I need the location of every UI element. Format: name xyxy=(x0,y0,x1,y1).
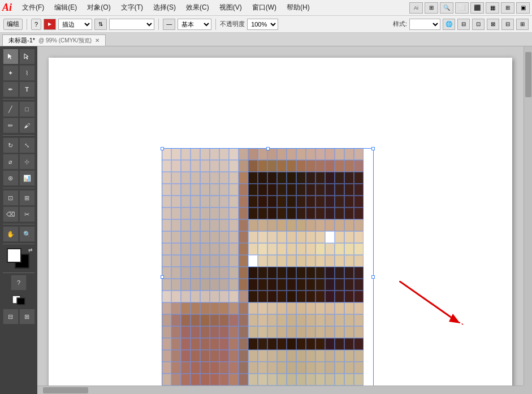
pixel-cell[interactable] xyxy=(325,184,335,196)
pixel-cell[interactable] xyxy=(354,362,364,374)
pixel-cell[interactable] xyxy=(306,172,315,184)
panel4-icon[interactable]: ⊞ xyxy=(501,2,514,14)
align4-icon[interactable]: ⊟ xyxy=(501,19,514,30)
pixel-cell[interactable] xyxy=(219,219,229,231)
pixel-cell[interactable] xyxy=(229,255,239,267)
pixel-cell[interactable] xyxy=(315,219,325,231)
vertical-scrollbar[interactable] xyxy=(524,46,532,386)
pixel-cell[interactable] xyxy=(248,160,258,172)
pixel-cell[interactable] xyxy=(306,231,315,243)
pixel-cell[interactable] xyxy=(191,219,200,231)
basic-dropdown[interactable]: 基本 xyxy=(178,19,211,30)
pixel-cell[interactable] xyxy=(287,291,296,302)
line-style-icon[interactable]: — xyxy=(163,19,175,30)
pixel-cell[interactable] xyxy=(229,219,239,231)
pixel-cell[interactable] xyxy=(344,350,354,362)
pixel-cell[interactable] xyxy=(171,207,181,219)
pixel-cell[interactable] xyxy=(296,267,306,279)
pixel-cell[interactable] xyxy=(306,160,315,172)
pixel-cell[interactable] xyxy=(229,148,239,160)
pixel-cell[interactable] xyxy=(239,326,248,338)
pixel-cell[interactable] xyxy=(354,291,364,302)
pixel-cell[interactable] xyxy=(200,196,210,207)
pixel-cell[interactable] xyxy=(354,160,364,172)
pixel-cell[interactable] xyxy=(210,207,219,219)
pixel-cell[interactable] xyxy=(315,350,325,362)
pixel-cell[interactable] xyxy=(306,196,315,207)
pixel-cell[interactable] xyxy=(162,362,171,374)
pixel-cell[interactable] xyxy=(344,338,354,350)
pixel-cell[interactable] xyxy=(325,196,335,207)
pixel-cell[interactable] xyxy=(287,184,296,196)
pixel-cell[interactable] xyxy=(335,148,344,160)
pixel-cell[interactable] xyxy=(267,207,277,219)
pixel-cell[interactable] xyxy=(181,231,191,243)
pixel-cell[interactable] xyxy=(287,172,296,184)
pixel-cell[interactable] xyxy=(287,160,296,172)
pixel-cell[interactable] xyxy=(325,172,335,184)
pixel-cell[interactable] xyxy=(258,326,267,338)
pixel-cell[interactable] xyxy=(162,196,171,207)
pixel-cell[interactable] xyxy=(325,160,335,172)
pixel-cell[interactable] xyxy=(171,148,181,160)
pixel-cell[interactable] xyxy=(162,255,171,267)
menu-edit[interactable]: 编辑(E) xyxy=(50,2,81,14)
pixel-cell[interactable] xyxy=(219,267,229,279)
pixel-cell[interactable] xyxy=(335,172,344,184)
pixel-cell[interactable] xyxy=(171,279,181,291)
pixel-cell[interactable] xyxy=(229,160,239,172)
panel1-icon[interactable]: ⬜ xyxy=(455,2,469,14)
pixel-cell[interactable] xyxy=(258,184,267,196)
pixel-cell[interactable] xyxy=(239,148,248,160)
pixel-cell[interactable] xyxy=(248,314,258,326)
pixel-cell[interactable] xyxy=(248,219,258,231)
scissors-tool[interactable]: ✂ xyxy=(19,206,35,222)
pixel-cell[interactable] xyxy=(258,196,267,207)
pixel-cell[interactable] xyxy=(219,231,229,243)
pixel-cell[interactable] xyxy=(200,362,210,374)
pixel-cell[interactable] xyxy=(210,291,219,302)
pixel-cell[interactable] xyxy=(258,219,267,231)
pixel-cell[interactable] xyxy=(325,231,335,243)
pixel-cell[interactable] xyxy=(200,184,210,196)
pixel-cell[interactable] xyxy=(344,279,354,291)
pixel-cell[interactable] xyxy=(335,374,344,386)
align2-icon[interactable]: ⊡ xyxy=(472,19,485,30)
pixel-cell[interactable] xyxy=(171,219,181,231)
pixel-cell[interactable] xyxy=(277,267,287,279)
pixel-cell[interactable] xyxy=(162,279,171,291)
pixel-cell[interactable] xyxy=(325,207,335,219)
pixel-cell[interactable] xyxy=(267,362,277,374)
pixel-cell[interactable] xyxy=(181,338,191,350)
pixel-cell[interactable] xyxy=(210,279,219,291)
pixel-cell[interactable] xyxy=(181,160,191,172)
pixel-cell[interactable] xyxy=(354,207,364,219)
pixel-cell[interactable] xyxy=(325,148,335,160)
pixel-cell[interactable] xyxy=(277,362,287,374)
pixel-cell[interactable] xyxy=(287,267,296,279)
pixel-cell[interactable] xyxy=(287,279,296,291)
pixel-cell[interactable] xyxy=(296,219,306,231)
pixel-cell[interactable] xyxy=(287,362,296,374)
pixel-cell[interactable] xyxy=(335,350,344,362)
pixel-cell[interactable] xyxy=(315,338,325,350)
stroke-arrows[interactable]: ⇅ xyxy=(94,19,107,30)
pixel-cell[interactable] xyxy=(296,207,306,219)
pixel-cell[interactable] xyxy=(200,172,210,184)
pixel-cell[interactable] xyxy=(296,326,306,338)
pixel-cell[interactable] xyxy=(354,350,364,362)
pixel-cell[interactable] xyxy=(162,374,171,386)
pixel-cell[interactable] xyxy=(287,207,296,219)
pixel-cell[interactable] xyxy=(191,374,200,386)
pixel-cell[interactable] xyxy=(306,267,315,279)
pixel-cell[interactable] xyxy=(315,314,325,326)
pixel-cell[interactable] xyxy=(287,255,296,267)
pixel-cell[interactable] xyxy=(258,302,267,314)
pixel-cell[interactable] xyxy=(267,184,277,196)
pixel-cell[interactable] xyxy=(229,172,239,184)
pixel-cell[interactable] xyxy=(258,279,267,291)
pixel-cell[interactable] xyxy=(239,267,248,279)
pixel-cell[interactable] xyxy=(344,148,354,160)
pixel-cell[interactable] xyxy=(162,148,171,160)
pixel-cell[interactable] xyxy=(239,184,248,196)
